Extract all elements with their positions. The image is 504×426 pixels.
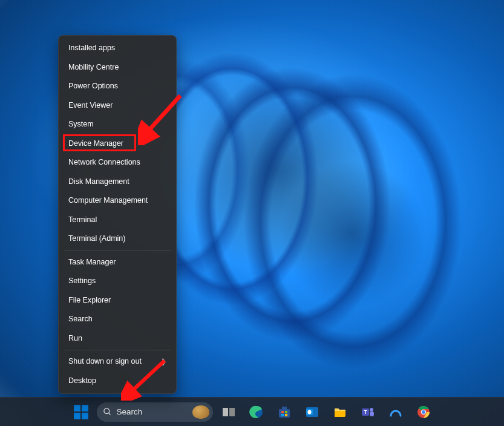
menu-item-file-explorer[interactable]: File Explorer xyxy=(62,291,173,310)
search-placeholder: Search xyxy=(117,407,143,416)
taskbar-app-microsoft-store[interactable] xyxy=(272,400,296,424)
menu-item-event-viewer[interactable]: Event Viewer xyxy=(62,96,173,116)
menu-item-disk-management[interactable]: Disk Management xyxy=(62,172,173,192)
task-view-icon xyxy=(221,405,236,419)
taskbar-app-teams[interactable]: T xyxy=(356,400,380,424)
menu-item-shut-down-or-sign-out[interactable]: Shut down or sign out ❯ xyxy=(62,352,173,372)
search-highlight-graphic xyxy=(192,405,209,419)
chrome-icon xyxy=(416,405,431,419)
taskbar-search[interactable]: Search xyxy=(97,402,213,422)
folder-icon xyxy=(333,405,347,419)
menu-item-device-manager[interactable]: Device Manager xyxy=(62,134,173,154)
outlook-icon xyxy=(305,405,319,419)
taskbar-app-chrome[interactable] xyxy=(411,400,436,424)
menu-item-system[interactable]: System xyxy=(62,115,173,134)
menu-separator xyxy=(64,251,171,251)
menu-item-run[interactable]: Run xyxy=(62,329,173,349)
svg-line-3 xyxy=(108,413,110,415)
taskbar-app-edge[interactable] xyxy=(244,400,269,424)
windows-logo-icon xyxy=(74,405,88,419)
menu-item-computer-management[interactable]: Computer Management xyxy=(62,191,173,211)
store-icon xyxy=(277,405,292,419)
svg-rect-4 xyxy=(223,408,228,416)
menu-item-desktop[interactable]: Desktop xyxy=(62,372,173,391)
svg-rect-9 xyxy=(281,411,284,413)
svg-text:T: T xyxy=(364,409,367,415)
svg-rect-12 xyxy=(285,414,287,416)
svg-point-15 xyxy=(307,410,311,414)
arc-icon xyxy=(388,405,403,419)
taskbar-app-generic[interactable] xyxy=(384,400,408,424)
winx-context-menu: Installed apps Mobility Centre Power Opt… xyxy=(58,35,177,394)
menu-item-power-options[interactable]: Power Options xyxy=(62,77,173,96)
menu-item-settings[interactable]: Settings xyxy=(62,272,173,291)
svg-rect-7 xyxy=(279,409,290,418)
taskbar-app-task-view[interactable] xyxy=(217,400,241,424)
menu-separator xyxy=(64,350,171,350)
menu-item-search[interactable]: Search xyxy=(62,310,173,329)
svg-rect-8 xyxy=(282,407,287,410)
search-icon xyxy=(103,407,112,416)
svg-rect-19 xyxy=(370,411,374,416)
svg-rect-5 xyxy=(229,408,235,416)
svg-rect-11 xyxy=(281,414,284,416)
menu-item-mobility-centre[interactable]: Mobility Centre xyxy=(62,58,173,77)
start-button[interactable] xyxy=(69,400,93,424)
taskbar-app-outlook[interactable] xyxy=(300,400,324,424)
menu-item-installed-apps[interactable]: Installed apps xyxy=(62,39,173,58)
menu-item-terminal[interactable]: Terminal xyxy=(62,211,173,230)
svg-point-2 xyxy=(103,408,109,414)
svg-point-22 xyxy=(422,410,425,414)
svg-rect-10 xyxy=(285,411,287,413)
taskbar-app-file-explorer[interactable] xyxy=(328,400,352,424)
edge-icon xyxy=(249,405,264,419)
menu-item-terminal-admin[interactable]: Terminal (Admin) xyxy=(62,229,173,249)
chevron-right-icon: ❯ xyxy=(161,357,166,366)
taskbar: Search T xyxy=(0,397,504,426)
menu-item-network-connections[interactable]: Network Connections xyxy=(62,153,173,172)
svg-point-18 xyxy=(370,408,373,411)
teams-icon: T xyxy=(361,405,375,419)
menu-item-task-manager[interactable]: Task Manager xyxy=(62,253,173,272)
